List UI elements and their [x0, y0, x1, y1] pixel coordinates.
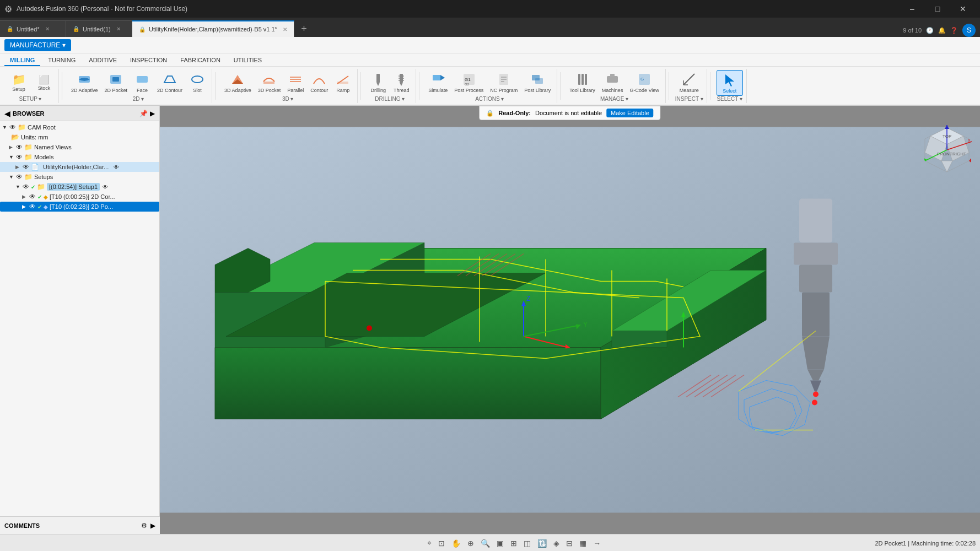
tab-turning[interactable]: TURNING: [42, 55, 81, 66]
2d-adaptive-btn[interactable]: 2D Adaptive: [68, 70, 101, 95]
tree-item-cam-root[interactable]: ▼ 👁 📁 CAM Root: [0, 122, 159, 132]
collapse-icon[interactable]: ◀: [4, 109, 10, 118]
tool-library-btn[interactable]: Tool Library: [567, 70, 598, 95]
tree-item-setups[interactable]: ▼ 👁 📁 Setups: [0, 172, 159, 182]
setup-group: 📁 Setup ⬜ Stock SETUP ▾: [2, 69, 59, 103]
display-mode-btn[interactable]: ◫: [521, 538, 533, 549]
setup-button[interactable]: 📁 Setup: [6, 71, 32, 94]
contour-icon: [311, 72, 327, 87]
fit-view-btn[interactable]: ⊡: [436, 538, 447, 549]
tab-milling[interactable]: MILLING: [4, 55, 40, 66]
tree-item-op2[interactable]: ▶ 👁 ✔ ◆ [T10 (0:02:28)] 2D Po...: [0, 202, 159, 212]
make-editable-button[interactable]: Make Editable: [606, 109, 654, 117]
gcode-icon: G1 G2: [461, 72, 477, 87]
2d-adaptive-icon: [77, 72, 92, 87]
3d-group-label: 3D ▾: [282, 96, 294, 102]
svg-text:Y: Y: [583, 321, 588, 328]
tree-item-utility-knife[interactable]: ▶ 👁 📄 UtilityKnife(Holder,Clar... 👁: [0, 162, 159, 172]
contour-btn[interactable]: Contour: [308, 70, 331, 95]
left-panel: ◀ BROWSER 📌 ▶ ▼ 👁 📁 CAM Root 📂 Units: mm…: [0, 106, 160, 534]
viewport-controls: ⌖ ⊡ ✋ ⊕ 🔍 ▣ ⊞ ◫ 🔃 ◈ ⊟ ▦ →: [425, 537, 603, 549]
thread-btn[interactable]: Thread: [390, 70, 412, 95]
3d-pocket-btn[interactable]: 3D Pocket: [255, 70, 284, 95]
avatar[interactable]: S: [962, 24, 976, 37]
help-icon[interactable]: ❓: [950, 27, 958, 34]
tree-item-setup1[interactable]: ▼ 👁 ✔ 📁 [(0:02:54)] Setup1 👁: [0, 182, 159, 192]
stock-button[interactable]: ⬜ Stock: [33, 73, 55, 93]
sync-btn[interactable]: 🔃: [535, 538, 549, 549]
maximize-button[interactable]: □: [925, 0, 950, 18]
section-btn[interactable]: ⊟: [564, 538, 575, 549]
measure-icon: [681, 72, 697, 87]
tree-item-models[interactable]: ▼ 👁 📁 Models: [0, 152, 159, 162]
g-code-view-btn[interactable]: G G-Code View: [627, 70, 661, 95]
utility-knife-label: UtilityKnife(Holder,Clar...: [41, 163, 111, 171]
folder-icon-models: 📁: [24, 153, 33, 161]
gcode-view-icon: G: [637, 72, 652, 87]
tab-utility[interactable]: 🔒 UtilityKnife(Holder,Clamp)(swamitized)…: [132, 20, 294, 37]
browser-pin-icon[interactable]: 📌: [139, 110, 148, 117]
comments-expand-icon[interactable]: ▶: [150, 522, 155, 530]
parallel-btn[interactable]: Parallel: [284, 70, 306, 95]
eye-icon-op2: 👁: [29, 203, 36, 210]
analysis-btn[interactable]: ◈: [551, 538, 562, 549]
tab-inspection[interactable]: INSPECTION: [125, 55, 173, 66]
close-button[interactable]: ✕: [950, 0, 976, 18]
nc-program-btn[interactable]: NC Program: [487, 70, 520, 95]
manufacture-dropdown[interactable]: MANUFACTURE ▾: [4, 39, 71, 51]
slot-btn[interactable]: Slot: [186, 70, 208, 95]
face-icon: [134, 72, 150, 87]
svg-rect-22: [578, 74, 580, 85]
add-tab-button[interactable]: +: [294, 20, 314, 37]
tab-fabrication[interactable]: FABRICATION: [175, 55, 226, 66]
app-icon: ⚙: [4, 4, 12, 14]
tree-item-op1[interactable]: ▶ 👁 ✔ ◆ [T10 (0:00:25)] 2D Cor...: [0, 192, 159, 202]
2d-pocket-btn[interactable]: 2D Pocket: [102, 70, 131, 95]
svg-rect-2: [112, 77, 119, 82]
zoom-btn[interactable]: 🔍: [478, 538, 492, 549]
tab-bar: 🔒 Untitled* ✕ 🔒 Untitled(1) ✕ 🔒 UtilityK…: [0, 18, 980, 37]
nc-program-icon: [496, 72, 511, 87]
viewcube[interactable]: TOP FRONT RIGHT X: [919, 122, 974, 177]
gcode-btn[interactable]: G1 G2 Post Process: [451, 70, 486, 95]
tab-untitled[interactable]: 🔒 Untitled* ✕: [0, 20, 66, 37]
grid-btn[interactable]: ⊞: [508, 538, 519, 549]
ramp-btn[interactable]: Ramp: [332, 70, 354, 95]
pan-btn[interactable]: ✋: [449, 538, 463, 549]
separator-2: [215, 72, 216, 100]
forward-btn[interactable]: →: [591, 538, 603, 549]
face-btn[interactable]: Face: [131, 70, 153, 95]
svg-rect-23: [581, 74, 584, 85]
machine-library-btn[interactable]: Machines: [599, 70, 626, 95]
measure-btn[interactable]: Measure: [677, 70, 702, 95]
2d-contour-btn[interactable]: 2D Contour: [154, 70, 185, 95]
close-tab-untitled1[interactable]: ✕: [116, 26, 121, 32]
svg-point-61: [812, 400, 817, 406]
orbit-btn[interactable]: ⊕: [465, 538, 476, 549]
close-tab-utility[interactable]: ✕: [283, 26, 287, 33]
window-select-btn[interactable]: ▣: [494, 538, 506, 549]
sketch-btn[interactable]: ▦: [577, 538, 589, 549]
tab-additive[interactable]: ADDITIVE: [83, 55, 122, 66]
tree-expand-icon-setups: ▼: [9, 174, 14, 180]
mode-bar: MANUFACTURE ▾: [0, 37, 980, 53]
viewport[interactable]: 🔒 Read-Only: Document is not editable Ma…: [160, 106, 980, 534]
minimize-button[interactable]: –: [900, 0, 925, 18]
2d-group: 2D Adaptive 2D Pocket Face 2D Contour Sl…: [65, 69, 212, 103]
tree-expand-icon: ▼: [2, 125, 8, 130]
comments-settings-icon[interactable]: ⚙: [141, 522, 147, 530]
close-tab-untitled[interactable]: ✕: [45, 26, 50, 32]
tab-utilities[interactable]: UTILITIES: [228, 55, 267, 66]
tab-untitled1[interactable]: 🔒 Untitled(1) ✕: [66, 20, 132, 37]
post-library-btn[interactable]: Post Library: [521, 70, 553, 95]
home-view-btn[interactable]: ⌖: [425, 537, 434, 549]
op1-label: [T10 (0:00:25)] 2D Cor...: [50, 193, 115, 200]
tree-item-named-views[interactable]: ▶ 👁 📁 Named Views: [0, 142, 159, 152]
simulate-btn[interactable]: Simulate: [426, 70, 450, 95]
browser-expand-icon[interactable]: ▶: [150, 110, 155, 117]
tool-library-icon: [575, 72, 590, 87]
select-btn[interactable]: Select: [717, 70, 743, 96]
3d-adaptive-btn[interactable]: 3D Adaptive: [222, 70, 254, 95]
post-library-icon: [530, 72, 545, 87]
drilling-btn[interactable]: Drilling: [367, 70, 389, 95]
